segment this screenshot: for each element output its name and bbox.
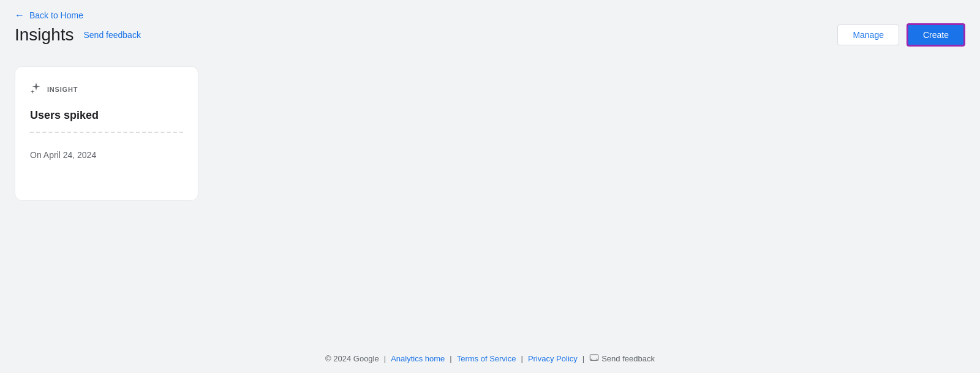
footer-send-feedback[interactable]: Send feedback bbox=[589, 353, 655, 363]
insight-badge-label: INSIGHT bbox=[47, 86, 78, 93]
insight-card[interactable]: INSIGHT Users spiked On April 24, 2024 bbox=[15, 66, 198, 201]
main-content: INSIGHT Users spiked On April 24, 2024 bbox=[0, 51, 980, 216]
analytics-home-link[interactable]: Analytics home bbox=[391, 354, 445, 363]
insight-label-row: INSIGHT bbox=[30, 81, 183, 97]
terms-of-service-link[interactable]: Terms of Service bbox=[457, 354, 516, 363]
create-button[interactable]: Create bbox=[907, 23, 965, 47]
insight-title: Users spiked bbox=[30, 109, 183, 122]
back-arrow-icon: ← bbox=[15, 10, 24, 21]
insight-date: On April 24, 2024 bbox=[30, 150, 183, 160]
footer-sep-2: | bbox=[450, 354, 451, 363]
footer-feedback-label: Send feedback bbox=[601, 354, 655, 363]
title-left: Insights Send feedback bbox=[15, 25, 141, 45]
privacy-policy-link[interactable]: Privacy Policy bbox=[528, 354, 578, 363]
footer-sep-3: | bbox=[521, 354, 522, 363]
dashed-divider bbox=[30, 132, 183, 133]
sparkle-icon bbox=[30, 81, 42, 97]
manage-button[interactable]: Manage bbox=[837, 24, 899, 45]
send-feedback-link[interactable]: Send feedback bbox=[84, 30, 141, 40]
back-to-home-link[interactable]: ← Back to Home bbox=[15, 10, 965, 21]
page-header: ← Back to Home Insights Send feedback Ma… bbox=[0, 0, 980, 51]
footer: © 2024 Google | Analytics home | Terms o… bbox=[0, 344, 980, 373]
title-actions: Manage Create bbox=[837, 23, 965, 47]
feedback-icon bbox=[589, 353, 599, 363]
back-to-home-label: Back to Home bbox=[29, 10, 83, 20]
footer-copyright: © 2024 Google bbox=[325, 354, 379, 363]
title-row: Insights Send feedback Manage Create bbox=[15, 23, 965, 47]
page-title: Insights bbox=[15, 25, 74, 45]
footer-sep-1: | bbox=[384, 354, 386, 363]
footer-sep-4: | bbox=[582, 354, 584, 363]
